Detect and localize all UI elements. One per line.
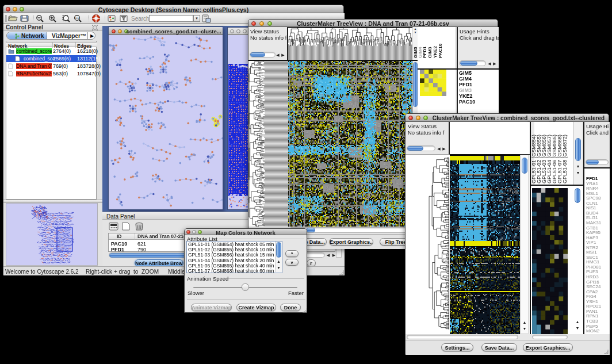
svg-text:1:1: 1:1 [75, 17, 79, 20]
